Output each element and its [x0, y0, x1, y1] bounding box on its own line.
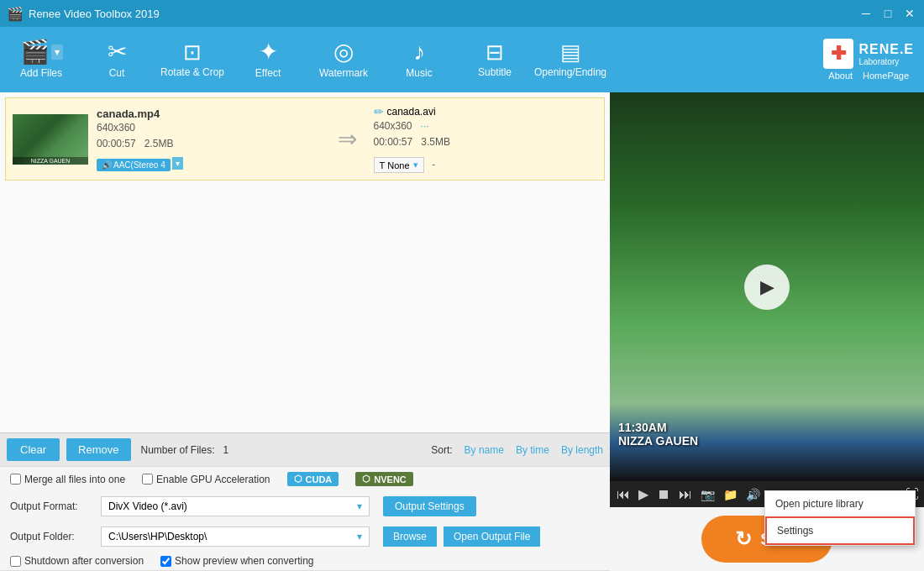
sort-by-time[interactable]: By time	[516, 444, 549, 456]
toolbar-add-files[interactable]: 🎬 ▾ Add Files	[3, 29, 79, 91]
open-picture-label: Open picture library	[775, 498, 864, 510]
browse-button[interactable]: Browse	[383, 526, 437, 547]
logo-sub: Laboratory	[858, 57, 914, 66]
add-files-icon: 🎬	[20, 40, 50, 64]
rotate-crop-label: Rotate & Crop	[160, 66, 224, 78]
cross-icon: ✚	[831, 43, 846, 65]
app-icon: 🎬	[7, 6, 24, 22]
cut-label: Cut	[109, 67, 125, 79]
sort-by-name[interactable]: By name	[465, 444, 504, 456]
title-bar-left: 🎬 Renee Video Toolbox 2019	[7, 6, 160, 22]
cuda-gpu-icon: ⬡	[294, 474, 302, 485]
audio-dropdown[interactable]: ▾	[172, 157, 183, 170]
skip-forward-button[interactable]: ⏭	[677, 485, 694, 504]
play-pause-button[interactable]: ▶	[637, 485, 650, 504]
nvenc-badge: ⬡ NVENC	[355, 472, 413, 486]
output-file-info: ✏ canada.avi 640x360 ··· 00:00:57 3.5MB	[374, 105, 598, 173]
input-resolution: 640x360	[97, 120, 321, 136]
opening-ending-icon: ▤	[560, 41, 581, 63]
output-filename: canada.avi	[387, 106, 436, 118]
toolbar-music[interactable]: ♪ Music	[381, 29, 457, 91]
effect-label: Effect	[255, 67, 281, 79]
clear-button[interactable]: Clear	[7, 438, 60, 461]
minimize-button[interactable]: ─	[858, 6, 874, 21]
format-dropdown-icon: ▾	[357, 500, 362, 512]
shutdown-label[interactable]: Shutdown after conversion	[10, 555, 144, 567]
watermark-icon: ◎	[333, 40, 354, 64]
settings-label: Settings	[777, 525, 813, 537]
toolbar-rotate-crop[interactable]: ⊡ Rotate & Crop	[155, 29, 230, 91]
title-bar: 🎬 Renee Video Toolbox 2019 ─ □ ✕	[0, 0, 924, 27]
open-output-button[interactable]: Open Output File	[444, 526, 540, 547]
nvenc-label: NVENC	[374, 474, 407, 485]
skip-back-button[interactable]: ⏮	[615, 485, 632, 504]
toolbar: 🎬 ▾ Add Files ✂ Cut ⊡ Rotate & Crop ✦ Ef…	[0, 27, 924, 92]
add-files-dropdown[interactable]: ▾	[51, 45, 63, 60]
input-file-info: canada.mp4 640x360 00:00:57 2.5MB 🔊 AAC(…	[97, 107, 321, 171]
cuda-label: CUDA	[306, 474, 333, 485]
output-settings-button[interactable]: Output Settings	[383, 496, 476, 516]
input-duration-size: 00:00:57 2.5MB	[97, 136, 321, 152]
add-files-label: Add Files	[20, 67, 62, 79]
preview-checkbox[interactable]	[160, 556, 171, 567]
cut-icon: ✂	[108, 40, 127, 64]
volume-icon: 🔊	[744, 486, 762, 503]
output-more[interactable]: ···	[421, 120, 429, 132]
output-resolution: 640x360	[374, 120, 412, 132]
video-time: 11:30AM	[618, 421, 698, 434]
video-area: ▶ 11:30AM NIZZA GAUEN	[610, 92, 924, 481]
video-overlay-text: 11:30AM NIZZA GAUEN	[618, 421, 698, 448]
list-item: NIZZA GAUEN canada.mp4 640x360 00:00:57 …	[5, 97, 605, 181]
file-list: NIZZA GAUEN canada.mp4 640x360 00:00:57 …	[0, 92, 610, 432]
popup-open-picture[interactable]: Open picture library	[765, 491, 915, 516]
camera-button[interactable]: 📷	[699, 486, 717, 503]
window-controls: ─ □ ✕	[858, 6, 917, 21]
format-select[interactable]: DivX Video (*.avi) ▾	[101, 496, 370, 516]
logo-cross: ✚	[823, 39, 853, 69]
folder-dropdown-icon: ▾	[357, 531, 362, 542]
subtitle-dash: -	[433, 159, 436, 169]
toolbar-watermark[interactable]: ◎ Watermark	[306, 29, 381, 91]
subtitle-dropdown[interactable]: T None ▾	[374, 157, 424, 173]
nvenc-gpu-icon: ⬡	[362, 474, 370, 485]
remove-button[interactable]: Remove	[66, 438, 130, 461]
input-duration: 00:00:57	[97, 138, 136, 149]
toolbar-subtitle[interactable]: ⊟ Subtitle	[457, 29, 533, 91]
maximize-button[interactable]: □	[880, 6, 895, 21]
audio-icon: 🔊	[102, 160, 112, 170]
gpu-checkbox[interactable]	[142, 474, 153, 485]
folder-value: C:\Users\HP\Desktop\	[108, 531, 207, 542]
input-size: 2.5MB	[144, 138, 174, 149]
edit-icon[interactable]: ✏	[374, 105, 384, 118]
merge-checkbox[interactable]	[10, 474, 21, 485]
effect-icon: ✦	[259, 40, 278, 64]
music-label: Music	[406, 67, 432, 79]
toolbar-right: ✚ RENE.E Laboratory About HomePage	[823, 39, 921, 81]
merge-checkbox-label[interactable]: Merge all files into one	[10, 474, 125, 485]
preview-label[interactable]: Show preview when converting	[160, 555, 313, 567]
popup-settings[interactable]: Settings	[765, 516, 915, 545]
play-button[interactable]: ▶	[744, 265, 790, 310]
app-title: Renee Video Toolbox 2019	[29, 8, 160, 20]
sort-by-length[interactable]: By length	[561, 444, 603, 456]
opening-ending-label: Opening/Ending	[534, 66, 606, 78]
gpu-checkbox-label[interactable]: Enable GPU Acceleration	[142, 474, 270, 485]
shutdown-checkbox[interactable]	[10, 556, 21, 567]
output-filename-row: ✏ canada.avi	[374, 105, 598, 118]
output-folder-row: Output Folder: C:\Users\HP\Desktop\ ▾ Br…	[0, 521, 610, 552]
sort-label: Sort:	[431, 444, 452, 456]
toolbar-opening-ending[interactable]: ▤ Opening/Ending	[533, 29, 608, 91]
toolbar-effect[interactable]: ✦ Effect	[230, 29, 306, 91]
toolbar-cut[interactable]: ✂ Cut	[79, 29, 155, 91]
folder-button[interactable]: 📁	[722, 486, 739, 503]
about-link[interactable]: About	[828, 71, 853, 81]
toolbar-left: 🎬 ▾ Add Files ✂ Cut ⊡ Rotate & Crop ✦ Ef…	[3, 29, 608, 91]
stop-button[interactable]: ⏹	[655, 485, 672, 504]
cuda-badge: ⬡ CUDA	[287, 472, 339, 486]
toolbar-links: About HomePage	[828, 71, 909, 81]
close-button[interactable]: ✕	[902, 6, 917, 21]
main-area: NIZZA GAUEN canada.mp4 640x360 00:00:57 …	[0, 92, 924, 571]
folder-select[interactable]: C:\Users\HP\Desktop\ ▾	[101, 526, 370, 547]
right-panel: ▶ 11:30AM NIZZA GAUEN ⏮ ▶ ⏹ ⏭ 📷 📁 🔊 ⛶ Op…	[610, 92, 924, 571]
homepage-link[interactable]: HomePage	[863, 71, 909, 81]
